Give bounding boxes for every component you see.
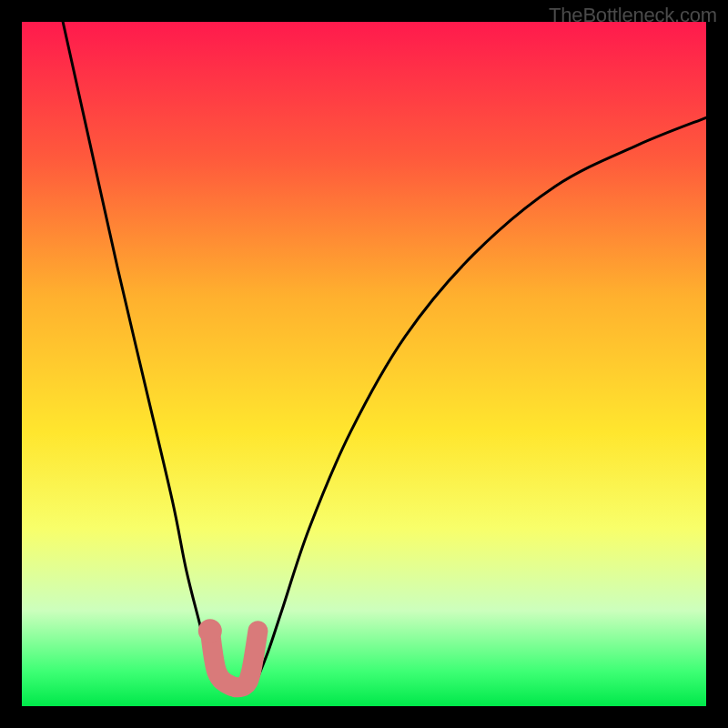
chart-frame: TheBottleneck.com	[0, 0, 728, 728]
plot-area	[22, 22, 706, 706]
gradient-background	[22, 22, 706, 706]
watermark-text: TheBottleneck.com	[549, 4, 717, 27]
marker-dot	[198, 619, 222, 642]
chart-svg	[22, 22, 706, 706]
